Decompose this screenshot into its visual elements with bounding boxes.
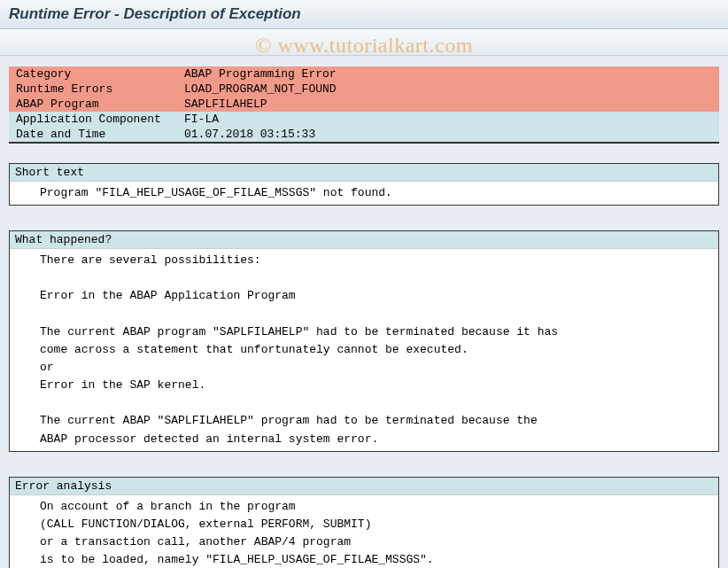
info-label: Date and Time: [9, 127, 177, 143]
error-analysis-body: On account of a branch in the program (C…: [10, 495, 718, 568]
info-value: SAPLFILAHELP: [177, 97, 719, 112]
info-value: LOAD_PROGRAM_NOT_FOUND: [177, 82, 719, 97]
info-label: ABAP Program: [9, 97, 177, 112]
short-text-body: Program "FILA_HELP_USAGE_OF_FILAE_MSSGS"…: [10, 182, 718, 205]
info-label: Category: [9, 66, 177, 82]
error-analysis-header: Error analysis: [10, 478, 718, 495]
short-text-section: Short text Program "FILA_HELP_USAGE_OF_F…: [9, 163, 719, 206]
info-row: Runtime ErrorsLOAD_PROGRAM_NOT_FOUND: [9, 82, 719, 97]
what-happened-section: What happened? There are several possibi…: [9, 230, 719, 452]
what-happened-body: There are several possibilities: Error i…: [10, 249, 718, 451]
info-label: Runtime Errors: [9, 82, 177, 97]
error-analysis-section: Error analysis On account of a branch in…: [9, 477, 719, 568]
info-row: CategoryABAP Programming Error: [9, 66, 719, 82]
page-title: Runtime Error - Description of Exception: [9, 5, 719, 23]
info-row: Date and Time01.07.2018 03:15:33: [9, 127, 719, 143]
window-header: Runtime Error - Description of Exception: [0, 0, 728, 29]
toolbar: [0, 29, 728, 56]
info-label: Application Component: [9, 112, 177, 127]
short-text-header: Short text: [10, 164, 718, 182]
info-row: Application ComponentFI-LA: [9, 112, 719, 127]
what-happened-header: What happened?: [10, 231, 718, 249]
info-value: 01.07.2018 03:15:33: [177, 127, 719, 143]
content-area: CategoryABAP Programming ErrorRuntime Er…: [0, 56, 728, 568]
info-row: ABAP ProgramSAPLFILAHELP: [9, 97, 719, 112]
info-value: FI-LA: [177, 112, 719, 127]
error-info-tbody: CategoryABAP Programming ErrorRuntime Er…: [9, 66, 719, 143]
info-value: ABAP Programming Error: [177, 66, 719, 82]
error-info-table: CategoryABAP Programming ErrorRuntime Er…: [9, 66, 719, 144]
